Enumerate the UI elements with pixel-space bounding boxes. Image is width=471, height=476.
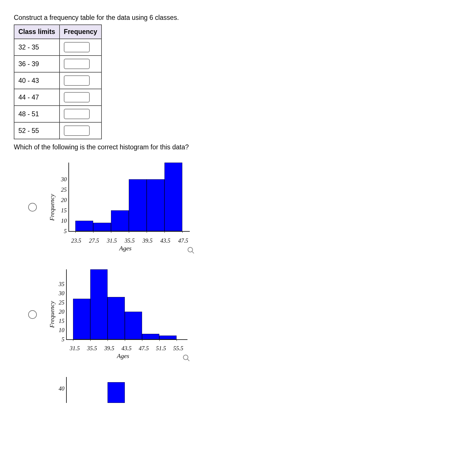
y-tick-label: 30 <box>61 174 67 184</box>
x-axis-label: Ages <box>119 245 132 252</box>
x-tick-label: 23.5 <box>67 237 85 244</box>
y-tick-label: 20 <box>59 307 64 316</box>
histogram-option-c: F 40 <box>14 377 457 403</box>
frequency-input-2[interactable] <box>64 59 90 69</box>
y-tick-label: 10 <box>59 325 64 335</box>
table-row: 44 - 47 <box>14 89 102 106</box>
svg-point-2 <box>183 355 188 359</box>
x-tick-label: 47.5 <box>135 345 152 352</box>
y-axis-label: Frequency <box>48 194 56 221</box>
x-tick-label: 51.5 <box>152 345 170 352</box>
svg-point-0 <box>188 247 193 252</box>
y-tick-label: 30 <box>59 289 64 298</box>
histogram-bar <box>90 269 108 339</box>
class-limits-cell: 52 - 55 <box>14 122 60 139</box>
histogram-bar <box>108 297 125 339</box>
col-header-frequency: Frequency <box>60 25 102 39</box>
y-axis-label: Frequency <box>48 301 56 328</box>
histogram-bar <box>125 312 142 339</box>
class-limits-cell: 36 - 39 <box>14 56 60 72</box>
table-row: 52 - 55 <box>14 122 102 139</box>
y-tick-label: 15 <box>59 316 64 325</box>
x-tick-label: 35.5 <box>121 237 139 244</box>
magnify-icon[interactable] <box>182 354 190 362</box>
x-tick-label: 39.5 <box>101 345 118 352</box>
class-limits-cell: 32 - 35 <box>14 39 60 56</box>
table-row: 32 - 35 <box>14 39 102 56</box>
y-tick-label: 25 <box>61 184 67 195</box>
question-text: Which of the following is the correct hi… <box>14 143 457 151</box>
x-tick-label: 55.5 <box>170 345 187 352</box>
histogram-bar <box>147 179 164 231</box>
col-header-class-limits: Class limits <box>14 25 60 39</box>
class-limits-cell: 48 - 51 <box>14 106 60 122</box>
magnify-icon[interactable] <box>187 246 195 254</box>
y-tick-label: 20 <box>61 195 67 205</box>
x-tick-label: 31.5 <box>66 345 83 352</box>
y-tick-label: 35 <box>59 279 64 289</box>
table-row: 48 - 51 <box>14 106 102 122</box>
x-axis-label: Ages <box>117 352 129 360</box>
x-tick-label: 39.5 <box>139 237 156 244</box>
histogram-option-a: Frequency 30252015105 23.527.531.535.539… <box>14 163 457 252</box>
frequency-input-3[interactable] <box>64 75 90 86</box>
frequency-input-1[interactable] <box>64 42 90 52</box>
histogram-bar <box>159 336 177 339</box>
x-tick-label: 35.5 <box>83 345 101 352</box>
x-tick-label: 43.5 <box>118 345 135 352</box>
frequency-input-6[interactable] <box>64 125 90 136</box>
frequency-table: Class limits Frequency 32 - 35 36 - 39 4… <box>14 24 102 139</box>
histogram-bar <box>142 334 159 339</box>
y-tick-label: 5 <box>61 226 67 236</box>
histogram-bar <box>73 299 90 339</box>
radio-option-b[interactable] <box>28 310 37 319</box>
histogram-bar <box>111 210 129 231</box>
x-tick-label: 31.5 <box>103 237 121 244</box>
svg-line-3 <box>187 359 189 361</box>
frequency-input-4[interactable] <box>64 92 90 102</box>
table-row: 40 - 43 <box>14 72 102 89</box>
histogram-bar <box>108 382 125 403</box>
table-row: 36 - 39 <box>14 56 102 72</box>
radio-option-a[interactable] <box>28 203 37 212</box>
y-tick-label: 40 <box>59 383 64 394</box>
y-tick-label: 25 <box>59 298 64 307</box>
class-limits-cell: 40 - 43 <box>14 72 60 89</box>
instruction-text: Construct a frequency table for the data… <box>14 14 457 22</box>
histogram-bar <box>164 163 182 231</box>
y-tick-label: 15 <box>61 205 67 216</box>
y-tick-label: 10 <box>61 216 67 226</box>
x-tick-label: 27.5 <box>85 237 103 244</box>
x-tick-label: 43.5 <box>156 237 174 244</box>
histogram-bar <box>93 223 111 231</box>
svg-line-1 <box>192 251 194 253</box>
x-tick-label: 47.5 <box>174 237 192 244</box>
histogram-bar <box>75 221 93 231</box>
histogram-bar <box>129 179 147 231</box>
histogram-option-b: Frequency 3530252015105 31.535.539.543.5… <box>14 269 457 360</box>
class-limits-cell: 44 - 47 <box>14 89 60 106</box>
frequency-input-5[interactable] <box>64 109 90 119</box>
y-tick-label: 5 <box>59 335 64 344</box>
